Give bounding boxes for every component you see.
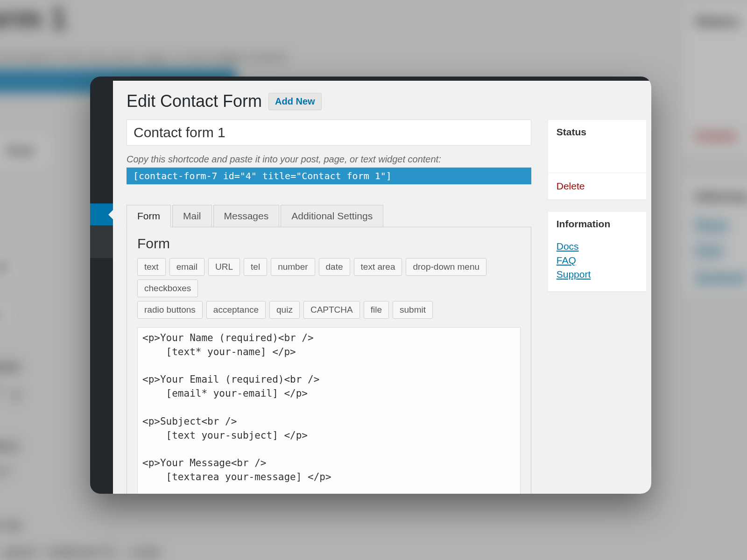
tag-text-button[interactable]: text [137,258,166,276]
form-title-input[interactable] [127,119,531,146]
tab-form[interactable]: Form [127,205,171,227]
tab-additional-settings[interactable]: Additional Settings [281,205,383,227]
admin-menu-active-indicator [90,203,113,225]
form-panel: Form text email URL tel number date text… [127,227,531,494]
tag-email-button[interactable]: email [169,258,204,276]
tag-tel-button[interactable]: tel [244,258,267,276]
panel-heading: Form [137,236,521,252]
information-heading: Information [548,212,646,236]
tag-textarea-button[interactable]: text area [354,258,402,276]
faq-link[interactable]: FAQ [557,255,638,266]
tag-url-button[interactable]: URL [208,258,240,276]
tabs: Form Mail Messages Additional Settings [127,205,531,227]
delete-link[interactable]: Delete [557,181,585,191]
tag-checkboxes-button[interactable]: checkboxes [137,280,198,297]
tab-messages[interactable]: Messages [213,205,280,227]
tag-acceptance-button[interactable]: acceptance [206,301,266,319]
tag-date-button[interactable]: date [319,258,350,276]
editor-card: Edit Contact Form Add New Copy this shor… [90,77,651,494]
docs-link[interactable]: Docs [557,241,638,252]
form-template-textarea[interactable] [137,327,521,494]
tag-submit-button[interactable]: submit [393,301,433,319]
tag-dropdown-button[interactable]: drop-down menu [406,258,486,276]
support-link[interactable]: Support [557,269,638,280]
shortcode-field[interactable] [127,168,531,184]
shortcode-helper: Copy this shortcode and paste it into yo… [127,154,531,165]
tab-mail[interactable]: Mail [172,205,212,227]
add-new-button[interactable]: Add New [268,93,322,110]
admin-menu-shade [90,225,113,258]
page-title: Edit Contact Form [127,91,262,111]
tag-captcha-button[interactable]: CAPTCHA [303,301,360,319]
information-box: Information Docs FAQ Support [548,211,647,292]
tag-quiz-button[interactable]: quiz [269,301,300,319]
tag-radio-button[interactable]: radio buttons [137,301,203,319]
tag-file-button[interactable]: file [364,301,389,319]
status-heading: Status [548,120,646,144]
status-box: Status Delete [548,119,647,200]
status-body [548,144,646,173]
tag-number-button[interactable]: number [271,258,315,276]
